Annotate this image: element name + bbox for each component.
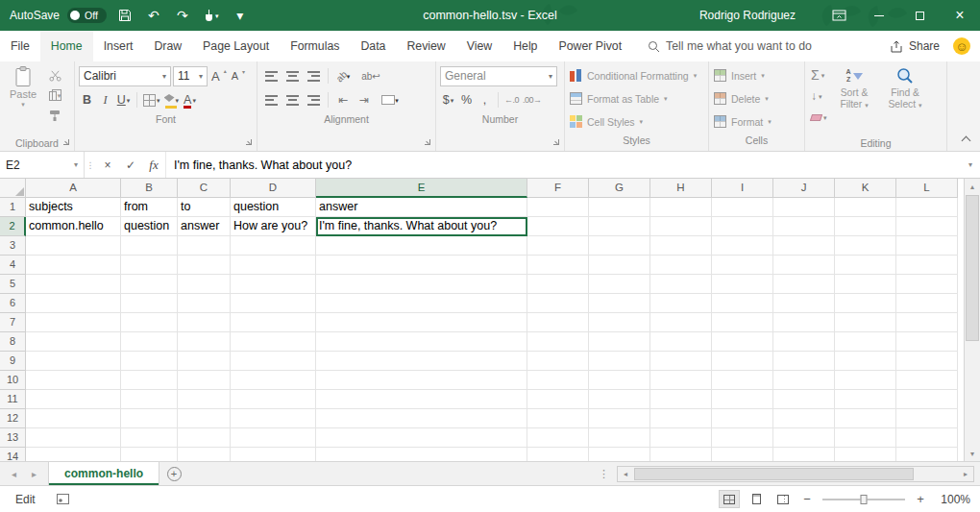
decrease-font-size-button[interactable]: A▾	[230, 70, 238, 82]
cell-C3[interactable]	[178, 236, 231, 256]
clipboard-dialog-launcher-icon[interactable]	[61, 137, 71, 147]
column-header-E[interactable]: E	[316, 179, 527, 198]
share-button[interactable]: Share	[890, 39, 940, 53]
cell-F9[interactable]	[527, 352, 589, 371]
wrap-text-button[interactable]: ab↩	[355, 67, 387, 85]
cell-H1[interactable]	[650, 198, 712, 217]
tell-me-box[interactable]: Tell me what you want to do	[648, 31, 812, 61]
cell-G2[interactable]	[589, 217, 650, 236]
cell-D10[interactable]	[231, 371, 316, 390]
tab-home[interactable]: Home	[40, 31, 93, 61]
middle-align-button[interactable]	[282, 67, 302, 85]
cell-C10[interactable]	[178, 371, 231, 390]
cell-I3[interactable]	[712, 236, 773, 256]
zoom-slider[interactable]	[822, 499, 905, 500]
cell-J6[interactable]	[773, 294, 835, 313]
cell-B3[interactable]	[121, 236, 178, 256]
cell-G3[interactable]	[589, 236, 650, 256]
orientation-button[interactable]: ab▾	[333, 67, 353, 85]
cell-J13[interactable]	[773, 428, 835, 448]
cell-G4[interactable]	[589, 256, 650, 275]
cell-J8[interactable]	[773, 332, 835, 352]
scroll-down-icon[interactable]: ▾	[965, 446, 980, 461]
normal-view-button[interactable]	[719, 490, 740, 508]
tab-file[interactable]: File	[0, 31, 40, 61]
horizontal-scroll-thumb[interactable]	[634, 468, 914, 480]
format-cells-button[interactable]: Format ▾	[713, 111, 800, 132]
user-name[interactable]: Rodrigo Rodriguez	[699, 9, 796, 22]
insert-function-button[interactable]: fx	[142, 152, 165, 178]
cell-D5[interactable]	[231, 275, 316, 294]
tab-scroll-grip[interactable]: ⋮	[599, 468, 609, 480]
tab-data[interactable]: Data	[350, 31, 396, 61]
cell-I11[interactable]	[712, 390, 773, 409]
cell-E6[interactable]	[316, 294, 527, 313]
cell-E14[interactable]	[316, 448, 527, 461]
cell-H10[interactable]	[650, 371, 712, 390]
cell-E12[interactable]	[316, 409, 527, 428]
cell-F4[interactable]	[527, 256, 589, 275]
cell-I12[interactable]	[712, 409, 773, 428]
font-size-select[interactable]: 11 ▾	[173, 66, 208, 86]
alignment-dialog-launcher-icon[interactable]	[423, 137, 432, 147]
cell-C4[interactable]	[178, 256, 231, 275]
cell-K4[interactable]	[835, 256, 896, 275]
cell-C12[interactable]	[178, 409, 231, 428]
cell-D1[interactable]: question	[231, 198, 316, 217]
cell-F10[interactable]	[527, 371, 589, 390]
cell-A3[interactable]	[26, 236, 121, 256]
format-as-table-button[interactable]: Format as Table ▾	[569, 88, 704, 109]
touch-mode-button[interactable]: ▾	[201, 5, 222, 26]
cell-C2[interactable]: answer	[178, 217, 231, 236]
cell-L11[interactable]	[896, 390, 958, 409]
cell-A1[interactable]: subjects	[26, 198, 121, 217]
cell-E9[interactable]	[316, 352, 527, 371]
row-header-12[interactable]: 12	[0, 409, 26, 428]
cell-G13[interactable]	[589, 428, 650, 448]
bold-button[interactable]: B	[79, 91, 95, 110]
cell-J14[interactable]	[773, 448, 835, 461]
cell-I8[interactable]	[712, 332, 773, 352]
page-layout-view-button[interactable]	[746, 490, 767, 508]
cell-A7[interactable]	[26, 313, 121, 332]
row-header-9[interactable]: 9	[0, 352, 26, 371]
cell-H3[interactable]	[650, 236, 712, 256]
autosum-button[interactable]: Σ▾	[811, 65, 827, 85]
tab-insert[interactable]: Insert	[93, 31, 144, 61]
top-align-button[interactable]	[261, 67, 281, 85]
cell-F11[interactable]	[527, 390, 589, 409]
cell-E10[interactable]	[316, 371, 527, 390]
cell-G9[interactable]	[589, 352, 650, 371]
tab-power-pivot[interactable]: Power Pivot	[548, 31, 632, 61]
cell-C6[interactable]	[178, 294, 231, 313]
formula-bar-expand-icon[interactable]: ▾	[961, 152, 980, 178]
row-header-7[interactable]: 7	[0, 313, 26, 332]
tab-formulas[interactable]: Formulas	[280, 31, 350, 61]
cell-J11[interactable]	[773, 390, 835, 409]
feedback-smiley-icon[interactable]: ☺	[953, 37, 970, 55]
horizontal-scroll-track[interactable]	[633, 467, 958, 481]
cell-F2[interactable]	[527, 217, 589, 236]
font-dialog-launcher-icon[interactable]	[244, 137, 254, 147]
cell-A11[interactable]	[26, 390, 121, 409]
number-dialog-launcher-icon[interactable]	[551, 137, 561, 147]
cell-F12[interactable]	[527, 409, 589, 428]
cell-A14[interactable]	[26, 448, 121, 461]
cell-G14[interactable]	[589, 448, 650, 461]
cell-L8[interactable]	[896, 332, 958, 352]
column-header-A[interactable]: A	[26, 179, 121, 198]
cell-H14[interactable]	[650, 448, 712, 461]
select-all-corner[interactable]	[0, 179, 26, 198]
cell-B2[interactable]: question	[121, 217, 178, 236]
vertical-scroll-thumb[interactable]	[966, 195, 979, 341]
cell-A10[interactable]	[26, 371, 121, 390]
cell-D3[interactable]	[231, 236, 316, 256]
cell-J12[interactable]	[773, 409, 835, 428]
cell-A8[interactable]	[26, 332, 121, 352]
cell-F6[interactable]	[527, 294, 589, 313]
cell-L14[interactable]	[896, 448, 958, 461]
cell-B13[interactable]	[121, 428, 178, 448]
format-painter-button[interactable]	[42, 107, 67, 125]
cell-G1[interactable]	[589, 198, 650, 217]
zoom-slider-thumb[interactable]	[861, 495, 868, 504]
